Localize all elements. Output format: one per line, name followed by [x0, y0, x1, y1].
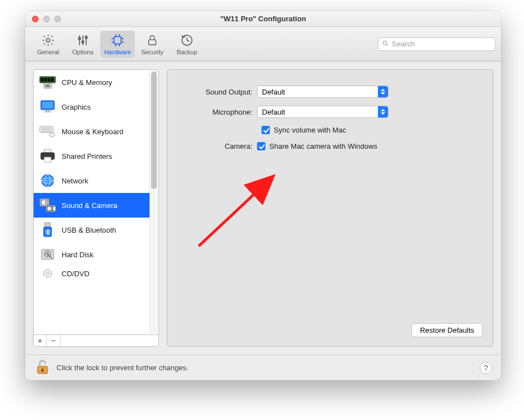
sidebar-item-label: USB & Bluetooth	[62, 226, 116, 234]
sidebar-item-network[interactable]: Network	[34, 168, 149, 193]
lock-text: Click the lock to prevent further change…	[57, 364, 189, 372]
scrollbar-thumb[interactable]	[151, 72, 157, 189]
microphone-value: Default	[262, 108, 285, 116]
sidebar-item-mouse-keyboard[interactable]: Mouse & Keyboard	[34, 119, 149, 144]
sidebar-scrollbar[interactable]	[149, 70, 158, 334]
unlock-icon[interactable]	[34, 358, 51, 377]
tab-hardware[interactable]: Hardware	[100, 31, 135, 58]
hardware-sidebar: CPU & Memory Graphics Mouse & Keyboard	[33, 69, 159, 334]
svg-rect-24	[44, 78, 47, 82]
svg-rect-40	[44, 157, 51, 162]
lock-footer: Click the lock to prevent further change…	[25, 355, 501, 380]
tab-label: Backup	[177, 49, 198, 55]
svg-rect-30	[42, 102, 53, 108]
svg-point-55	[46, 272, 49, 275]
sidebar-item-cpu-memory[interactable]: CPU & Memory	[34, 70, 149, 95]
sound-output-label: Sound Output:	[179, 88, 257, 96]
svg-rect-23	[41, 78, 44, 82]
microphone-label: Microphone:	[179, 108, 257, 116]
svg-line-21	[386, 44, 388, 45]
svg-point-20	[383, 41, 387, 45]
sync-volume-checkbox[interactable]	[261, 126, 270, 134]
svg-rect-32	[44, 111, 52, 112]
tab-security[interactable]: Security	[135, 31, 170, 58]
svg-line-19	[187, 40, 189, 41]
svg-rect-38	[44, 149, 51, 153]
sidebar-item-label: Shared Printers	[62, 152, 112, 161]
sidebar-item-hard-disk[interactable]: Hard Disk	[34, 242, 149, 267]
share-camera-label: Share Mac camera with Windows	[269, 142, 377, 150]
titlebar: "W11 Pro" Configuration	[25, 11, 501, 27]
sound-output-value: Default	[262, 88, 285, 96]
microphone-select[interactable]: Default	[257, 106, 389, 118]
tab-label: Security	[141, 49, 163, 55]
search-field[interactable]	[378, 37, 495, 51]
svg-rect-57	[41, 369, 44, 372]
camera-label: Camera:	[179, 142, 257, 150]
sidebar-item-label: Sound & Camera	[62, 201, 118, 210]
add-button[interactable]: +	[34, 335, 47, 346]
svg-rect-48	[45, 223, 50, 227]
svg-rect-26	[51, 78, 54, 82]
chip-icon	[110, 33, 125, 48]
sidebar-item-sound-camera[interactable]: Sound & Camera	[34, 193, 149, 218]
chevrons-icon	[378, 86, 388, 97]
sidebar-item-label: CD/DVD	[62, 270, 90, 278]
restore-defaults-button[interactable]: Restore Defaults	[411, 323, 483, 337]
tab-label: General	[37, 49, 59, 55]
sidebar-item-label: Hard Disk	[62, 251, 93, 259]
svg-rect-25	[48, 78, 50, 82]
globe-icon	[39, 172, 56, 189]
tab-backup[interactable]: Backup	[170, 31, 204, 58]
svg-rect-28	[45, 84, 50, 87]
sidebar-item-shared-printers[interactable]: Shared Printers	[34, 144, 149, 168]
backup-icon	[180, 33, 194, 48]
monitor-icon	[39, 98, 56, 115]
sidebar-item-label: Graphics	[62, 103, 91, 111]
sidebar-item-label: Mouse & Keyboard	[62, 128, 124, 136]
printer-icon	[39, 148, 56, 164]
sync-volume-label: Sync volume with Mac	[274, 126, 346, 134]
search-icon	[382, 39, 389, 49]
lock-icon	[146, 33, 158, 48]
usb-bluetooth-icon	[39, 221, 56, 238]
tab-label: Options	[72, 49, 93, 55]
disc-icon	[39, 268, 56, 279]
gear-icon	[41, 33, 55, 48]
sidebar-item-label: CPU & Memory	[62, 78, 112, 87]
sound-camera-panel: Sound Output: Default Microphone: Defaul…	[167, 69, 493, 347]
remove-button[interactable]: −	[47, 335, 60, 346]
svg-point-37	[49, 133, 55, 137]
tab-label: Hardware	[104, 49, 131, 55]
svg-point-47	[48, 207, 51, 210]
svg-point-0	[46, 38, 50, 41]
sidebar-item-cd-dvd[interactable]: CD/DVD	[34, 267, 149, 280]
cpu-memory-icon	[39, 74, 56, 91]
help-button[interactable]: ?	[480, 362, 492, 374]
sound-output-select[interactable]: Default	[257, 86, 389, 98]
svg-rect-7	[114, 36, 121, 44]
svg-rect-16	[149, 40, 156, 45]
configuration-window: "W11 Pro" Configuration General Options	[25, 11, 501, 380]
sidebar-footer: + −	[33, 334, 159, 347]
chevrons-icon	[378, 106, 388, 117]
window-title: "W11 Pro" Configuration	[25, 15, 501, 23]
tab-general[interactable]: General	[31, 31, 66, 58]
preferences-toolbar: General Options Hardware Security	[25, 27, 501, 62]
sidebar-item-label: Network	[62, 177, 88, 185]
tab-options[interactable]: Options	[66, 31, 100, 58]
sidebar-item-graphics[interactable]: Graphics	[34, 95, 149, 119]
hard-disk-icon	[39, 246, 56, 263]
sound-camera-icon	[39, 197, 56, 214]
sliders-icon	[76, 33, 90, 48]
keyboard-mouse-icon	[39, 123, 56, 140]
sidebar-item-usb-bluetooth[interactable]: USB & Bluetooth	[34, 218, 149, 242]
share-camera-checkbox[interactable]	[257, 142, 265, 150]
svg-rect-31	[45, 110, 50, 111]
search-input[interactable]	[392, 40, 492, 48]
